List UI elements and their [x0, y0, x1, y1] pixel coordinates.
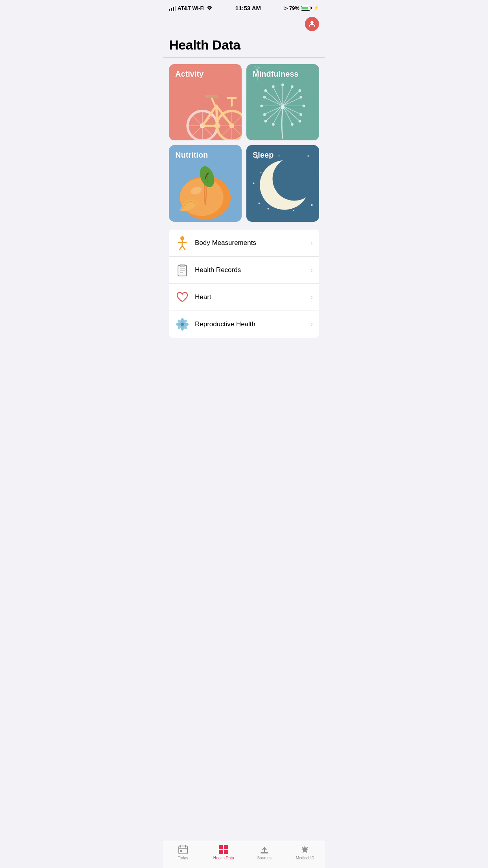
battery-icon: [301, 6, 312, 11]
svg-line-50: [283, 106, 292, 123]
time-display: 11:53 AM: [235, 5, 261, 11]
location-icon: ▷: [284, 5, 288, 11]
main-content: Activity: [163, 58, 325, 379]
reproductive-health-label: Reproductive Health: [195, 320, 311, 328]
svg-line-38: [283, 88, 292, 106]
svg-line-46: [283, 106, 300, 114]
svg-line-48: [265, 106, 283, 114]
svg-line-36: [266, 91, 283, 106]
svg-point-71: [268, 208, 269, 210]
svg-point-39: [291, 86, 294, 88]
body-measurements-item[interactable]: Body Measurements ›: [169, 230, 319, 257]
profile-button[interactable]: [305, 17, 319, 31]
svg-point-37: [264, 90, 267, 92]
health-records-label: Health Records: [195, 266, 311, 274]
carrier-label: AT&T Wi-Fi: [178, 5, 205, 11]
bicycle-illustration: [184, 79, 242, 140]
svg-line-30: [283, 106, 299, 120]
svg-point-35: [261, 105, 263, 107]
svg-line-32: [266, 106, 283, 120]
svg-line-17: [212, 98, 215, 105]
svg-point-41: [272, 86, 275, 88]
reproductive-health-item[interactable]: Reproductive Health ›: [169, 311, 319, 338]
sleep-card[interactable]: Sleep: [246, 145, 319, 221]
figure-icon: [175, 236, 189, 250]
header-area: [163, 14, 325, 36]
svg-point-51: [291, 123, 294, 126]
svg-point-75: [261, 172, 262, 173]
status-right: ▷ 79% ⚡: [284, 5, 319, 11]
heart-label: Heart: [195, 293, 311, 301]
activity-label: Activity: [175, 70, 204, 79]
body-measurements-label: Body Measurements: [195, 239, 311, 247]
battery-percent: 79%: [289, 5, 299, 11]
activity-card[interactable]: Activity: [169, 64, 242, 140]
svg-line-42: [283, 98, 300, 106]
clipboard-icon: [175, 263, 189, 277]
svg-point-74: [293, 210, 294, 211]
mindfulness-card[interactable]: Mindfulness: [246, 64, 319, 140]
charging-icon: ⚡: [314, 6, 319, 11]
svg-point-79: [273, 157, 316, 201]
svg-line-83: [180, 246, 182, 250]
svg-point-77: [279, 156, 280, 157]
svg-point-72: [311, 204, 313, 206]
flower-icon: [175, 317, 189, 331]
list-section: Body Measurements › Health Records ›: [169, 230, 319, 338]
svg-line-84: [182, 246, 185, 250]
svg-point-43: [300, 96, 302, 98]
page-title-area: Health Data: [163, 36, 325, 58]
nutrition-label: Nutrition: [175, 151, 208, 160]
svg-point-73: [259, 202, 260, 204]
svg-point-67: [307, 155, 309, 157]
svg-line-44: [265, 98, 283, 106]
svg-rect-18: [205, 95, 218, 98]
svg-point-47: [300, 114, 302, 116]
wifi-icon: [206, 6, 213, 11]
svg-point-27: [299, 90, 301, 92]
svg-rect-86: [180, 264, 184, 267]
chevron-icon-records: ›: [311, 267, 313, 274]
heart-item[interactable]: Heart ›: [169, 284, 319, 311]
nutrition-card[interactable]: Nutrition: [169, 145, 242, 221]
svg-point-0: [310, 21, 313, 24]
svg-line-40: [273, 88, 283, 106]
svg-point-45: [263, 96, 266, 98]
chevron-icon-body: ›: [311, 239, 313, 246]
svg-point-53: [272, 123, 275, 126]
page-title: Health Data: [169, 37, 319, 53]
svg-point-99: [181, 323, 184, 326]
chevron-icon-reproductive: ›: [311, 321, 313, 328]
cards-grid: Activity: [169, 64, 319, 222]
svg-point-31: [299, 120, 301, 122]
heart-icon: [175, 290, 189, 304]
svg-point-49: [263, 114, 266, 116]
health-records-item[interactable]: Health Records ›: [169, 257, 319, 284]
person-icon: [308, 20, 316, 28]
status-bar: AT&T Wi-Fi 11:53 AM ▷ 79% ⚡: [163, 0, 325, 14]
svg-line-26: [283, 91, 299, 106]
svg-point-29: [303, 105, 305, 107]
svg-point-33: [264, 120, 267, 122]
mindfulness-label: Mindfulness: [253, 70, 299, 79]
svg-line-14: [216, 106, 231, 126]
signal-icon: [169, 6, 176, 11]
sleep-label: Sleep: [253, 151, 273, 160]
chevron-icon-heart: ›: [311, 294, 313, 301]
svg-point-69: [253, 183, 255, 184]
svg-point-25: [282, 84, 284, 86]
status-left: AT&T Wi-Fi: [169, 5, 213, 11]
